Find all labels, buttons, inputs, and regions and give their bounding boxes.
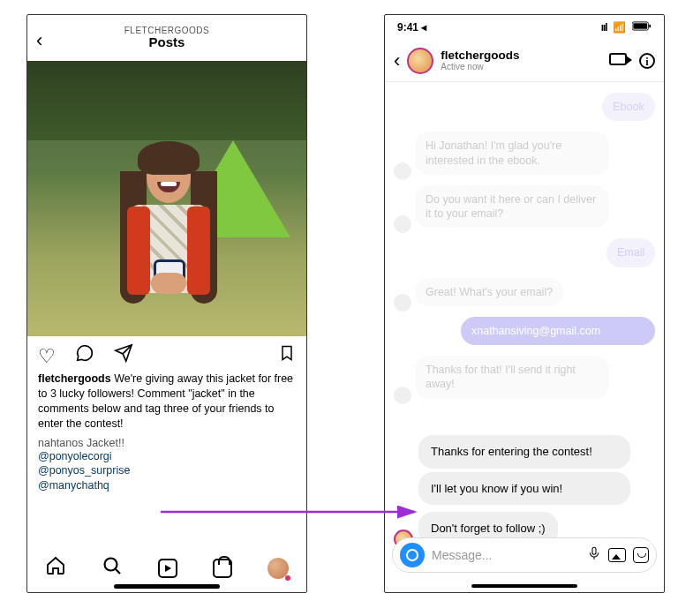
shop-icon[interactable] (213, 559, 232, 578)
svg-point-0 (105, 559, 117, 571)
search-icon[interactable] (102, 555, 123, 582)
dm-presence: Active now (441, 62, 519, 71)
comment-text: Jacket!! (87, 437, 124, 449)
dm-bubble: Hi Jonathan! I'm glad you're interested … (415, 131, 609, 175)
dm-bubble: Do you want it here or can I deliver it … (415, 185, 609, 229)
dm-thread[interactable]: Ebook Hi Jonathan! I'm glad you're inter… (385, 82, 664, 549)
home-indicator (471, 584, 577, 588)
status-time: 9:41 ◂ (397, 21, 426, 34)
status-icons: ııl 📶 (601, 21, 652, 34)
svg-rect-3 (649, 25, 651, 28)
back-icon[interactable]: ‹ (394, 49, 400, 72)
message-input[interactable]: Message... (432, 548, 580, 562)
share-icon[interactable] (114, 343, 133, 368)
dm-avatar[interactable] (407, 48, 433, 74)
comment-icon[interactable] (75, 343, 94, 368)
profile-avatar-icon[interactable] (267, 558, 289, 579)
dm-bubble: Thanks for entering the contest! (418, 435, 630, 469)
home-icon[interactable] (45, 555, 66, 582)
dm-bubble: xnathansiving@gmail.com (461, 317, 655, 345)
dm-bubble: I'll let you know if you win! (418, 472, 630, 506)
post-action-bar: ♡ (27, 336, 306, 372)
post-header-title: Posts (124, 35, 210, 50)
post-comment: nahtanos Jacket!! @ponyolecorgi @ponyos_… (27, 432, 306, 494)
mention[interactable]: @manychathq (38, 478, 296, 493)
dm-header: ‹ fletchergoods Active now i (385, 40, 664, 82)
mic-icon[interactable] (587, 545, 601, 566)
mention[interactable]: @ponyos_surprise (38, 463, 296, 478)
info-icon[interactable]: i (639, 53, 655, 69)
dm-bubble: Thanks for that! I'll send it right away… (415, 356, 609, 399)
status-bar: 9:41 ◂ ııl 📶 (385, 15, 664, 40)
svg-rect-4 (592, 547, 596, 554)
post-header: ‹ FLETCHERGOODS Posts (27, 15, 306, 61)
post-caption: fletchergoods We're giving away this jac… (27, 372, 306, 432)
camera-icon[interactable] (400, 543, 425, 567)
bookmark-icon[interactable] (278, 343, 296, 368)
svg-rect-2 (633, 23, 647, 28)
home-indicator (114, 584, 220, 589)
post-phone: ‹ FLETCHERGOODS Posts ♡ (26, 14, 307, 593)
message-input-bar: Message... (392, 537, 657, 573)
back-icon[interactable]: ‹ (36, 29, 42, 52)
dm-history-faded: Ebook Hi Jonathan! I'm glad you're inter… (394, 87, 655, 432)
dm-bubble: Great! What's your email? (415, 278, 563, 306)
caption-username[interactable]: fletchergoods (38, 372, 111, 385)
post-image[interactable] (27, 61, 306, 336)
dm-username[interactable]: fletchergoods (441, 49, 519, 62)
quick-reply-tag: Email (606, 238, 655, 267)
quick-reply-tag: Ebook (602, 93, 655, 121)
image-icon[interactable] (608, 548, 626, 562)
mention[interactable]: @ponyolecorgi (38, 449, 296, 464)
sticker-icon[interactable] (633, 547, 649, 563)
video-call-icon[interactable] (609, 53, 627, 65)
reels-icon[interactable] (158, 559, 177, 578)
dm-phone: 9:41 ◂ ııl 📶 ‹ fletchergoods Active now … (384, 14, 665, 593)
like-icon[interactable]: ♡ (38, 345, 56, 368)
commenter-name[interactable]: nahtanos (38, 437, 83, 449)
